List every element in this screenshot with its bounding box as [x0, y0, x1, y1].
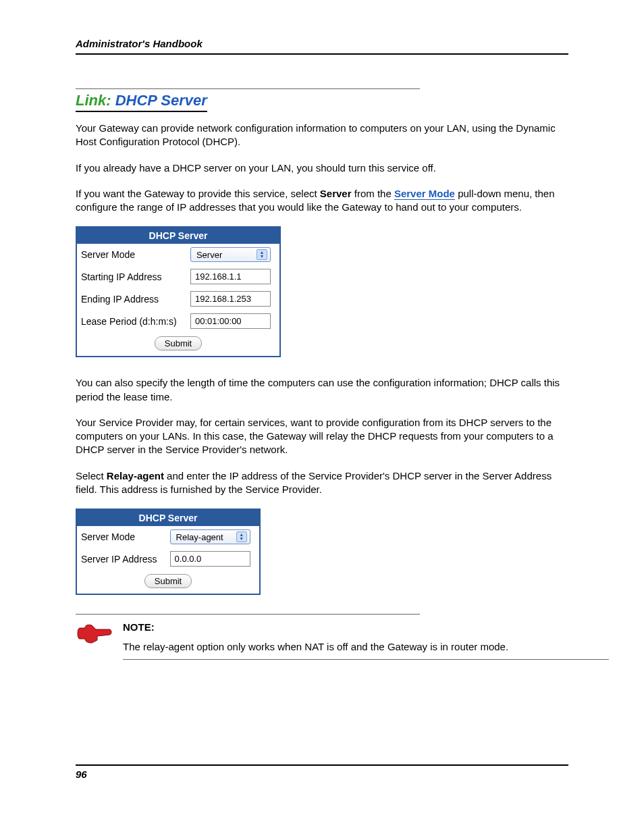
panel-heading: DHCP Server — [77, 228, 279, 244]
intro-paragraph-2: If you already have a DHCP server on you… — [76, 161, 568, 175]
select-arrows-icon: ▲▼ — [257, 249, 267, 260]
bold-relay-agent: Relay-agent — [107, 470, 164, 481]
server-mode-select[interactable]: Relay-agent ▲▼ — [170, 529, 250, 544]
note-label: NOTE: — [123, 621, 609, 633]
ending-ip-input[interactable]: 192.168.1.253 — [190, 291, 271, 307]
mid-paragraph-1: You can also specify the length of time … — [76, 376, 568, 404]
label: Server Mode — [77, 244, 186, 265]
note-block: NOTE: The relay-agent option only works … — [76, 621, 568, 660]
note-rule-top — [76, 614, 420, 615]
dhcp-server-panel-2: DHCP Server Server Mode Relay-agent ▲▼ S… — [76, 509, 261, 595]
starting-ip-input[interactable]: 192.168.1.1 — [190, 269, 271, 284]
row-end-ip: Ending IP Address 192.168.1.253 — [77, 288, 279, 310]
intro-paragraph-3: If you want the Gateway to provide this … — [76, 187, 568, 215]
title-main: DHCP Server — [115, 92, 207, 109]
title-rule — [76, 88, 420, 89]
page-number: 96 — [76, 764, 568, 780]
note-rule-bottom — [123, 659, 609, 660]
label: Server IP Address — [77, 548, 166, 570]
text: from the — [352, 188, 394, 199]
note-text: The relay-agent option only works when N… — [123, 641, 609, 652]
row-server-mode: Server Mode Server ▲▼ — [77, 244, 279, 265]
page-title: Link: DHCP Server — [76, 92, 207, 112]
text: Select — [76, 470, 107, 481]
row-start-ip: Starting IP Address 192.168.1.1 — [77, 265, 279, 288]
submit-button[interactable]: Submit — [144, 574, 192, 588]
label: Ending IP Address — [77, 288, 186, 310]
select-value: Server — [196, 250, 222, 260]
panel-heading: DHCP Server — [77, 510, 259, 526]
server-ip-input[interactable]: 0.0.0.0 — [170, 551, 250, 567]
pointing-hand-icon — [76, 621, 123, 648]
select-arrows-icon: ▲▼ — [236, 531, 247, 542]
running-head: Administrator's Handbook — [76, 38, 568, 55]
dhcp-server-panel-1: DHCP Server Server Mode Server ▲▼ Starti… — [76, 226, 281, 357]
server-mode-select[interactable]: Server ▲▼ — [190, 247, 271, 262]
mid-paragraph-3: Select Relay-agent and enter the IP addr… — [76, 469, 568, 497]
server-mode-link[interactable]: Server Mode — [394, 188, 455, 200]
title-prefix: Link: — [76, 92, 115, 109]
label: Starting IP Address — [77, 265, 186, 288]
mid-paragraph-2: Your Service Provider may, for certain s… — [76, 416, 568, 457]
lease-period-input[interactable]: 00:01:00:00 — [190, 313, 271, 329]
text: If you want the Gateway to provide this … — [76, 188, 320, 199]
bold-server: Server — [320, 188, 352, 199]
row-lease: Lease Period (d:h:m:s) 00:01:00:00 — [77, 310, 279, 332]
submit-button[interactable]: Submit — [155, 336, 202, 350]
label: Server Mode — [77, 526, 166, 548]
intro-paragraph-1: Your Gateway can provide network configu… — [76, 122, 568, 149]
select-value: Relay-agent — [176, 532, 223, 542]
row-server-mode: Server Mode Relay-agent ▲▼ — [77, 526, 259, 548]
row-server-ip: Server IP Address 0.0.0.0 — [77, 548, 259, 570]
label: Lease Period (d:h:m:s) — [77, 310, 186, 332]
